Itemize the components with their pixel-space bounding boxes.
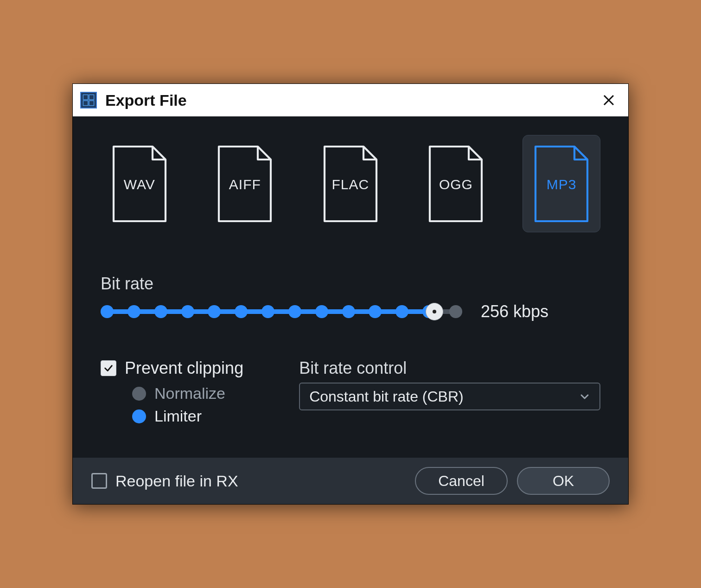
slider-thumb[interactable] <box>426 303 443 320</box>
slider-step <box>369 305 382 318</box>
file-icon: AIFF <box>212 143 277 224</box>
dialog-body: WAV AIFF FLAC OGG <box>73 116 628 458</box>
slider-step <box>315 305 328 318</box>
slider-step <box>208 305 221 318</box>
reopen-checkbox-row[interactable]: Reopen file in RX <box>91 472 238 490</box>
svg-rect-3 <box>89 101 94 106</box>
prevent-clipping-group: Prevent clipping Normalize Limiter <box>101 358 243 430</box>
bitrate-control-dropdown[interactable]: Constant bit rate (CBR) <box>299 383 600 410</box>
radio-normalize[interactable]: Normalize <box>132 384 243 403</box>
slider-step <box>288 305 301 318</box>
format-label: AIFF <box>229 177 261 192</box>
options-row: Prevent clipping Normalize Limiter Bit r… <box>101 358 600 430</box>
radio-label: Limiter <box>154 407 202 425</box>
format-label: WAV <box>124 177 155 192</box>
ok-button[interactable]: OK <box>517 467 610 495</box>
dropdown-value: Constant bit rate (CBR) <box>309 388 464 405</box>
radio-indicator <box>132 387 146 401</box>
prevent-clipping-label: Prevent clipping <box>125 358 243 378</box>
chevron-down-icon <box>579 391 590 402</box>
bitrate-value: 256 kbps <box>481 302 548 321</box>
bitrate-slider[interactable] <box>101 302 462 321</box>
title-bar: Export File <box>73 84 628 116</box>
format-label: FLAC <box>332 177 370 192</box>
format-row: WAV AIFF FLAC OGG <box>101 135 600 232</box>
close-icon <box>602 93 616 107</box>
slider-step <box>154 305 167 318</box>
format-tile-mp3[interactable]: MP3 <box>523 135 600 232</box>
format-tile-aiff[interactable]: AIFF <box>206 135 284 232</box>
file-icon: FLAC <box>318 143 383 224</box>
dialog-footer: Reopen file in RX Cancel OK <box>73 458 628 504</box>
reopen-checkbox[interactable] <box>91 473 107 489</box>
slider-step <box>127 305 140 318</box>
slider-step <box>181 305 194 318</box>
prevent-clipping-checkbox-row[interactable]: Prevent clipping <box>101 358 243 378</box>
slider-step <box>235 305 248 318</box>
bitrate-control-group: Bit rate control Constant bit rate (CBR) <box>299 358 600 430</box>
format-label: OGG <box>439 177 473 192</box>
format-label: MP3 <box>547 177 577 192</box>
format-tile-flac[interactable]: FLAC <box>312 135 389 232</box>
slider-step <box>101 305 114 318</box>
dialog-title: Export File <box>105 91 187 109</box>
file-icon: OGG <box>423 143 488 224</box>
slider-step <box>449 305 462 318</box>
svg-rect-1 <box>89 95 94 100</box>
format-tile-ogg[interactable]: OGG <box>417 135 495 232</box>
reopen-label: Reopen file in RX <box>115 472 238 490</box>
svg-rect-0 <box>83 95 88 100</box>
check-icon <box>103 363 114 373</box>
export-file-dialog: Export File WAV AIFF <box>72 83 629 505</box>
radio-label: Normalize <box>154 384 225 403</box>
app-icon <box>80 92 97 109</box>
close-button[interactable] <box>599 90 619 110</box>
file-icon: WAV <box>107 143 172 224</box>
slider-step <box>261 305 274 318</box>
svg-rect-2 <box>83 101 88 106</box>
bitrate-row: 256 kbps <box>101 302 600 321</box>
slider-step <box>342 305 355 318</box>
slider-step <box>395 305 408 318</box>
bitrate-control-label: Bit rate control <box>299 358 600 378</box>
radio-limiter[interactable]: Limiter <box>132 407 243 425</box>
bitrate-label: Bit rate <box>101 274 600 294</box>
radio-indicator <box>132 409 146 423</box>
format-tile-wav[interactable]: WAV <box>101 135 178 232</box>
prevent-clipping-checkbox[interactable] <box>101 360 116 376</box>
clipping-radio-group: Normalize Limiter <box>132 384 243 425</box>
cancel-button[interactable]: Cancel <box>415 467 508 495</box>
file-icon: MP3 <box>529 143 594 224</box>
